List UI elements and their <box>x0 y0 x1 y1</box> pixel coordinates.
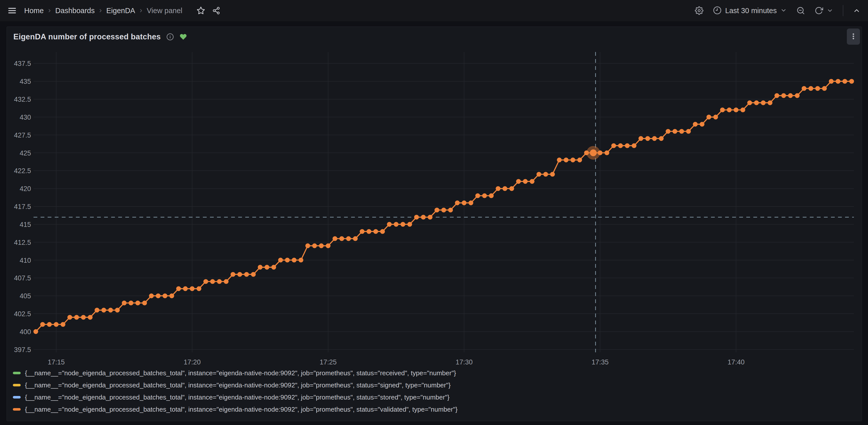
y-axis-tick-label: 425 <box>20 149 31 157</box>
y-axis-tick-label: 432.5 <box>14 96 31 103</box>
legend-swatch-icon <box>13 372 21 374</box>
hamburger-icon <box>7 6 17 15</box>
y-axis-tick-label: 422.5 <box>14 167 31 175</box>
x-axis-tick-label: 17:30 <box>456 358 473 366</box>
legend-label: {__name__="node_eigenda_processed_batche… <box>25 381 451 389</box>
breadcrumb-home[interactable]: Home <box>24 6 43 15</box>
legend-swatch-icon <box>13 408 21 410</box>
y-axis-tick-label: 420 <box>20 185 31 193</box>
y-axis-tick-label: 400 <box>20 328 31 336</box>
zoom-out-icon <box>797 6 805 15</box>
panel-eigenda-processed-batches: EigenDA number of processed batches 397.… <box>6 27 862 421</box>
breadcrumb-dashboards[interactable]: Dashboards <box>55 6 94 15</box>
x-axis-tick-label: 17:25 <box>319 358 337 366</box>
favorite-button[interactable] <box>196 6 205 15</box>
y-axis-tick-label: 415 <box>20 221 31 228</box>
x-axis-tick-label: 17:35 <box>591 358 609 366</box>
legend-item[interactable]: {__name__="node_eigenda_processed_batche… <box>13 391 458 403</box>
time-range-picker[interactable]: Last 30 minutes <box>713 6 787 16</box>
collapse-nav-button[interactable] <box>853 7 861 15</box>
share-button[interactable] <box>212 6 220 15</box>
y-axis-tick-label: 412.5 <box>14 239 31 246</box>
y-axis-tick-label: 397.5 <box>14 346 31 353</box>
y-axis-tick-label: 437.5 <box>14 60 31 67</box>
y-axis-tick-label: 435 <box>20 78 31 85</box>
share-icon <box>212 6 220 15</box>
nav-divider <box>843 5 843 16</box>
refresh-interval-dropdown[interactable] <box>827 7 833 14</box>
legend-item[interactable]: {__name__="node_eigenda_processed_batche… <box>13 403 458 416</box>
y-axis-tick-label: 430 <box>20 114 31 121</box>
chart-canvas[interactable]: 397.5400402.5405407.5410412.5415417.5420… <box>7 27 862 395</box>
time-range-label: Last 30 minutes <box>725 6 777 15</box>
chevron-down-icon <box>780 7 787 15</box>
breadcrumb-view-panel: View panel <box>147 6 182 15</box>
time-series-chart[interactable]: 397.5400402.5405407.5410412.5415417.5420… <box>7 27 862 395</box>
top-navigation-bar: Home Dashboards EigenDA View panel <box>0 0 868 21</box>
refresh-button[interactable] <box>814 6 823 15</box>
gear-icon <box>695 6 704 15</box>
legend-swatch-icon <box>13 384 21 387</box>
zoom-out-button[interactable] <box>797 6 805 15</box>
highlighted-point[interactable] <box>590 149 596 156</box>
breadcrumb-eigenda[interactable]: EigenDA <box>106 6 135 15</box>
y-axis-tick-label: 405 <box>20 292 31 300</box>
x-axis-tick-label: 17:20 <box>184 358 201 366</box>
breadcrumb: Home Dashboards EigenDA View panel <box>24 6 183 15</box>
x-axis-tick-label: 17:40 <box>727 358 745 366</box>
chevron-down-icon <box>827 7 833 14</box>
y-axis-tick-label: 427.5 <box>14 132 31 139</box>
clock-icon <box>713 6 721 16</box>
chart-legend: {__name__="node_eigenda_processed_batche… <box>13 367 458 416</box>
legend-label: {__name__="node_eigenda_processed_batche… <box>25 393 450 401</box>
star-icon <box>196 6 205 15</box>
legend-item[interactable]: {__name__="node_eigenda_processed_batche… <box>13 379 458 391</box>
y-axis-tick-label: 417.5 <box>14 203 31 210</box>
legend-label: {__name__="node_eigenda_processed_batche… <box>25 369 456 377</box>
y-axis-tick-label: 407.5 <box>14 274 31 282</box>
chevron-up-icon <box>853 7 861 15</box>
y-axis-tick-label: 410 <box>20 257 31 264</box>
dashboard-settings-button[interactable] <box>695 6 704 15</box>
refresh-controls <box>814 6 833 15</box>
menu-toggle-button[interactable] <box>7 6 17 15</box>
x-axis-tick-label: 17:15 <box>48 358 65 366</box>
legend-label: {__name__="node_eigenda_processed_batche… <box>25 405 458 414</box>
legend-item[interactable]: {__name__="node_eigenda_processed_batche… <box>13 367 458 379</box>
y-axis-tick-label: 402.5 <box>14 310 31 318</box>
refresh-icon <box>814 6 823 15</box>
legend-swatch-icon <box>13 396 21 398</box>
